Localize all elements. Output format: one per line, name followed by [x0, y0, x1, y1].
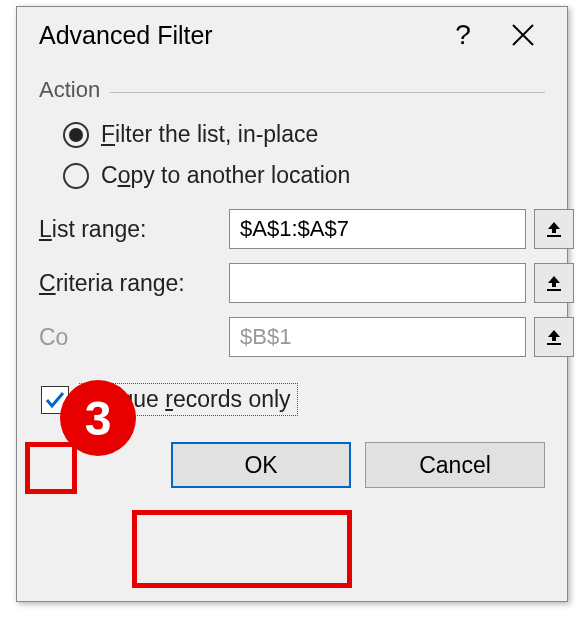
criteria-range-input[interactable]	[229, 263, 526, 303]
criteria-range-label: Criteria range:	[39, 270, 221, 297]
list-range-collapse-button[interactable]	[534, 209, 574, 249]
help-button[interactable]: ?	[433, 7, 493, 63]
action-label: Action	[39, 77, 100, 103]
close-button[interactable]	[493, 7, 553, 63]
collapse-icon	[544, 328, 564, 346]
radio-copy-to-location[interactable]: Copy to another location	[63, 162, 545, 189]
list-range-input[interactable]	[229, 209, 526, 249]
advanced-filter-dialog: Advanced Filter ? Action Filter the list…	[16, 6, 568, 602]
annotation-step-badge: 3	[60, 380, 136, 456]
close-icon	[511, 23, 535, 47]
copy-to-collapse-button[interactable]	[534, 317, 574, 357]
collapse-icon	[544, 220, 564, 238]
list-range-label: List range:	[39, 216, 221, 243]
copy-to-input	[229, 317, 526, 357]
radio-copy-label: Copy to another location	[101, 162, 350, 189]
radio-icon	[63, 163, 89, 189]
svg-rect-3	[547, 289, 561, 291]
titlebar: Advanced Filter ?	[17, 7, 567, 63]
collapse-icon	[544, 274, 564, 292]
radio-filter-in-place[interactable]: Filter the list, in-place	[63, 121, 545, 148]
svg-rect-2	[547, 235, 561, 237]
cancel-button[interactable]: Cancel	[365, 442, 545, 488]
action-section-header: Action	[39, 77, 545, 107]
dialog-title: Advanced Filter	[39, 21, 433, 50]
criteria-range-collapse-button[interactable]	[534, 263, 574, 303]
divider	[110, 92, 545, 93]
radio-filter-label: Filter the list, in-place	[101, 121, 318, 148]
copy-to-label: Co	[39, 324, 221, 351]
svg-rect-4	[547, 343, 561, 345]
ok-button[interactable]: OK	[171, 442, 351, 488]
radio-icon	[63, 122, 89, 148]
annotation-step-number: 3	[85, 391, 112, 446]
